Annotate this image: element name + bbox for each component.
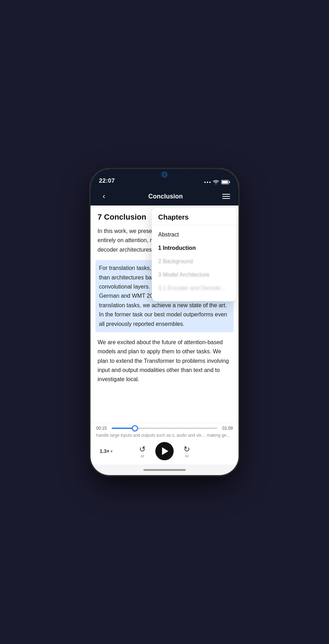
notch [138, 169, 191, 180]
signal-dots-icon [204, 182, 211, 183]
forward-label: 10 [185, 454, 188, 458]
forward-icon: ↻ [184, 445, 190, 454]
home-bar [143, 469, 186, 471]
play-button[interactable] [155, 442, 174, 460]
nav-bar: ‹ Conclusion [91, 187, 238, 206]
progress-thumb[interactable] [132, 425, 138, 431]
chapter-item-introduction[interactable]: 1 Introduction [152, 241, 236, 255]
rewind-label: 10 [141, 454, 144, 458]
speed-chevron-icon: ▾ [111, 449, 112, 453]
progress-row: 00:15 01:09 [96, 426, 233, 431]
phone-frame: 22:07 ‹ Conclusion [91, 169, 238, 475]
svg-rect-1 [229, 181, 230, 183]
chapter-item-abstract[interactable]: Abstract [152, 228, 236, 241]
nav-title: Conclusion [148, 193, 183, 200]
audio-player: 00:15 01:09 handle large inputs and outp… [91, 423, 238, 465]
content-area: 7 Conclusion In this work, we prese… the… [91, 206, 238, 465]
controls-row: 1.3× ▾ ↺ 10 ↻ 10 [96, 441, 233, 463]
chapters-list: Abstract 1 Introduction 2 Background 3 M… [152, 225, 236, 298]
speed-label: 1.3× [100, 448, 110, 454]
chapter-item-background[interactable]: 2 Background [152, 255, 236, 268]
chapter-item-model-arch[interactable]: 3 Model Architecture [152, 268, 236, 282]
back-button[interactable]: ‹ [98, 192, 110, 201]
wifi-icon [213, 180, 219, 184]
home-indicator [91, 465, 238, 475]
scroll-text: handle large inputs and outputs such as … [96, 433, 233, 438]
rewind-button[interactable]: ↺ 10 [139, 445, 145, 458]
notch-camera [162, 172, 167, 177]
chapters-panel: Chapters Abstract 1 Introduction 2 Backg… [152, 208, 236, 301]
content-scroll[interactable]: 7 Conclusion In this work, we prese… the… [91, 206, 238, 423]
battery-icon [221, 180, 230, 184]
total-time: 01:09 [221, 426, 233, 431]
screen: 22:07 ‹ Conclusion [91, 169, 238, 475]
speed-button[interactable]: 1.3× ▾ [100, 448, 112, 454]
chapters-panel-title: Chapters [152, 213, 236, 225]
status-time: 22:07 [99, 177, 115, 184]
current-time: 00:15 [96, 426, 108, 431]
progress-track[interactable] [112, 428, 217, 429]
paragraph-3: We are excited about the future of atten… [98, 338, 231, 384]
play-icon [162, 447, 168, 455]
status-icons [204, 180, 230, 184]
forward-button[interactable]: ↻ 10 [184, 445, 190, 458]
menu-button[interactable] [221, 192, 231, 200]
rewind-icon: ↺ [139, 445, 145, 454]
chapter-item-encoder-decoder[interactable]: 3.1 Encoder and Decode… [152, 282, 236, 295]
svg-rect-2 [222, 181, 228, 184]
